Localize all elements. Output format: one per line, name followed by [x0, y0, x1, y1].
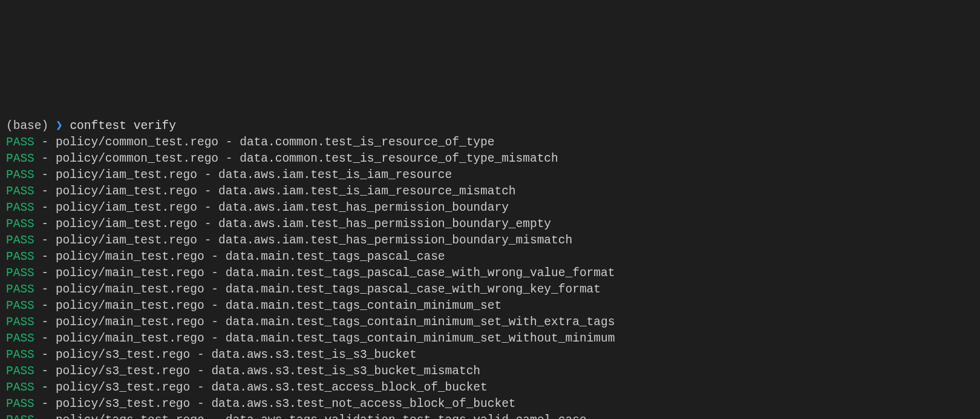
test-name: data.aws.iam.test_has_permission_boundar… [218, 217, 551, 231]
result-line: PASS - policy/main_test.rego - data.main… [6, 265, 974, 282]
results-list: PASS - policy/common_test.rego - data.co… [6, 134, 974, 419]
test-name: data.aws.tags_validation.test_tags_valid… [226, 414, 587, 419]
command-text: conftest verify [70, 119, 176, 133]
prompt-env: (base) [6, 119, 48, 133]
result-line: PASS - policy/s3_test.rego - data.aws.s3… [6, 363, 974, 380]
status-badge: PASS [6, 348, 34, 361]
policy-file: policy/main_test.rego [56, 283, 204, 296]
policy-file: policy/s3_test.rego [56, 381, 190, 394]
separator: - [190, 397, 211, 411]
result-line: PASS - policy/s3_test.rego - data.aws.s3… [6, 380, 974, 396]
status-badge: PASS [6, 136, 34, 149]
status-badge: PASS [6, 234, 34, 247]
separator: - [34, 381, 56, 394]
policy-file: policy/iam_test.rego [56, 217, 197, 231]
separator: - [218, 136, 240, 149]
result-line: PASS - policy/iam_test.rego - data.aws.i… [6, 167, 974, 183]
test-name: data.aws.s3.test_access_block_of_bucket [211, 381, 487, 394]
policy-file: policy/s3_test.rego [56, 397, 190, 411]
separator: - [34, 397, 56, 411]
result-line: PASS - policy/iam_test.rego - data.aws.i… [6, 233, 974, 249]
policy-file: policy/s3_test.rego [56, 365, 190, 378]
separator: - [34, 250, 56, 263]
prompt-line: (base) ❯ conftest verify [6, 118, 974, 134]
test-name: data.main.test_tags_contain_minimum_set_… [226, 332, 615, 345]
result-line: PASS - policy/main_test.rego - data.main… [6, 249, 974, 265]
test-name: data.aws.iam.test_is_iam_resource_mismat… [218, 185, 515, 198]
test-name: data.main.test_tags_contain_minimum_set_… [226, 315, 615, 329]
test-name: data.main.test_tags_pascal_case_with_wro… [226, 283, 601, 296]
policy-file: policy/main_test.rego [56, 299, 204, 312]
policy-file: policy/main_test.rego [56, 250, 204, 263]
test-name: data.aws.s3.test_is_s3_bucket_mismatch [211, 365, 480, 378]
separator: - [197, 168, 218, 182]
separator: - [197, 201, 218, 214]
separator: - [34, 315, 56, 329]
policy-file: policy/iam_test.rego [56, 168, 197, 182]
result-line: PASS - policy/main_test.rego - data.main… [6, 314, 974, 331]
result-line: PASS - policy/common_test.rego - data.co… [6, 134, 974, 151]
separator: - [197, 217, 218, 231]
separator: - [34, 217, 56, 231]
result-line: PASS - policy/s3_test.rego - data.aws.s3… [6, 396, 974, 412]
separator: - [34, 283, 56, 296]
separator: - [34, 234, 56, 247]
status-badge: PASS [6, 299, 34, 312]
status-badge: PASS [6, 397, 34, 411]
result-line: PASS - policy/common_test.rego - data.co… [6, 151, 974, 167]
result-line: PASS - policy/iam_test.rego - data.aws.i… [6, 216, 974, 233]
status-badge: PASS [6, 315, 34, 329]
status-badge: PASS [6, 381, 34, 394]
separator: - [34, 332, 56, 345]
status-badge: PASS [6, 152, 34, 165]
policy-file: policy/main_test.rego [56, 315, 204, 329]
separator: - [34, 299, 56, 312]
policy-file: policy/main_test.rego [56, 332, 204, 345]
separator: - [204, 266, 226, 280]
status-badge: PASS [6, 283, 34, 296]
policy-file: policy/common_test.rego [56, 136, 218, 149]
policy-file: policy/iam_test.rego [56, 201, 197, 214]
result-line: PASS - policy/main_test.rego - data.main… [6, 331, 974, 347]
test-name: data.aws.iam.test_has_permission_boundar… [218, 234, 572, 247]
separator: - [204, 250, 226, 263]
separator: - [204, 315, 226, 329]
result-line: PASS - policy/main_test.rego - data.main… [6, 282, 974, 298]
result-line: PASS - policy/main_test.rego - data.main… [6, 298, 974, 314]
separator: - [34, 185, 56, 198]
policy-file: policy/s3_test.rego [56, 348, 190, 361]
separator: - [190, 381, 211, 394]
policy-file: policy/iam_test.rego [56, 234, 197, 247]
separator: - [34, 266, 56, 280]
result-line: PASS - policy/iam_test.rego - data.aws.i… [6, 183, 974, 200]
result-line: PASS - policy/iam_test.rego - data.aws.i… [6, 200, 974, 216]
status-badge: PASS [6, 332, 34, 345]
separator: - [204, 283, 226, 296]
separator: - [218, 152, 240, 165]
separator: - [204, 332, 226, 345]
policy-file: policy/tags_test.rego [56, 414, 204, 419]
test-name: data.aws.iam.test_has_permission_boundar… [218, 201, 509, 214]
test-name: data.aws.s3.test_is_s3_bucket [211, 348, 416, 361]
status-badge: PASS [6, 266, 34, 280]
status-badge: PASS [6, 414, 34, 419]
test-name: data.aws.s3.test_not_access_block_of_buc… [211, 397, 515, 411]
status-badge: PASS [6, 201, 34, 214]
status-badge: PASS [6, 185, 34, 198]
separator: - [190, 365, 211, 378]
test-name: data.common.test_is_resource_of_type_mis… [240, 152, 558, 165]
separator: - [34, 136, 56, 149]
test-name: data.main.test_tags_pascal_case_with_wro… [226, 266, 615, 280]
test-name: data.main.test_tags_pascal_case [226, 250, 445, 263]
separator: - [190, 348, 211, 361]
test-name: data.main.test_tags_contain_minimum_set [226, 299, 501, 312]
separator: - [34, 414, 56, 419]
status-badge: PASS [6, 365, 34, 378]
status-badge: PASS [6, 168, 34, 182]
separator: - [197, 185, 218, 198]
separator: - [34, 168, 56, 182]
separator: - [34, 201, 56, 214]
separator: - [34, 152, 56, 165]
separator: - [197, 234, 218, 247]
terminal-output[interactable]: (base) ❯ conftest verifyPASS - policy/co… [0, 82, 980, 419]
